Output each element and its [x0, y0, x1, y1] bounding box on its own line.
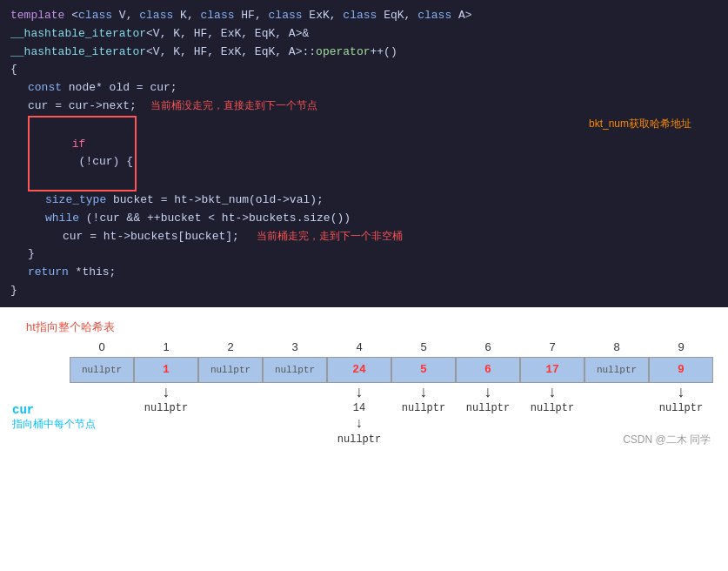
arrows-row: ↓ nullptr ↓ 14 ↓ nullptr ↓ nullptr ↓: [70, 383, 713, 446]
arrow-cell-4: ↓ 14 ↓ nullptr: [327, 383, 391, 446]
code-line-6: cur = cur->next; 当前桶没走完，直接走到下一个节点: [10, 97, 718, 116]
keyword-template: template: [10, 7, 64, 25]
arrow-cell-3: [263, 383, 327, 446]
arrow-cell-6: ↓ nullptr: [456, 383, 520, 446]
arrow-cell-7: ↓ nullptr: [520, 383, 584, 446]
col-index-2: 2: [198, 340, 263, 353]
col-index-9: 9: [649, 340, 713, 353]
code-line-5: const node* old = cur;: [10, 79, 718, 97]
code-line-9: while (!cur && ++bucket < ht->buckets.si…: [10, 210, 718, 228]
hash-cell-1: 1: [134, 357, 198, 383]
hash-cell-5: 5: [391, 357, 456, 383]
arrow-cell-2: [198, 383, 263, 446]
col-index-8: 8: [584, 340, 649, 353]
col-index-6: 6: [456, 340, 520, 353]
watermark: CSDN @二木 同学: [623, 433, 711, 447]
code-line-7: if (!cur) { bkt_num获取哈希地址: [10, 116, 718, 191]
code-section: template < class V, class K, class HF, c…: [0, 0, 728, 307]
code-line-3: __hashtable_iterator <V, K, HF, ExK, EqK…: [10, 44, 718, 62]
col-index-7: 7: [520, 340, 584, 353]
code-line-10: cur = ht->buckets[bucket]; 当前桶走完，走到下一个非空…: [10, 228, 718, 246]
annotation-bucket: 当前桶走完，走到下一个非空桶: [257, 228, 403, 245]
ht-label: ht指向整个哈希表: [26, 319, 711, 335]
hash-cell-8: nullptr: [584, 357, 649, 383]
annotation-next: 当前桶没走完，直接走到下一个节点: [150, 97, 317, 114]
code-line-2: __hashtable_iterator <V, K, HF, ExK, EqK…: [10, 25, 718, 44]
if-highlight: if (!cur) {: [28, 116, 137, 191]
hash-cell-3: nullptr: [263, 357, 327, 383]
hash-cell-0: nullptr: [70, 357, 134, 383]
col-index-0: 0: [70, 340, 134, 353]
code-line-8: size_type bucket = ht->bkt_num(old->val)…: [10, 191, 718, 210]
code-line-1: template < class V, class K, class HF, c…: [10, 7, 718, 25]
code-line-12: return *this;: [10, 264, 718, 282]
diagram-section: ht指向整个哈希表 0 1 2 3 4 5 6 7 8 9 nullptr 1 …: [0, 307, 728, 454]
col-index-1: 1: [134, 340, 198, 353]
col-index-5: 5: [391, 340, 456, 353]
hash-cell-7: 17: [520, 357, 584, 383]
code-line-13: }: [10, 282, 718, 300]
arrow-cell-5: ↓ nullptr: [391, 383, 456, 446]
cur-code: cur: [12, 403, 96, 417]
code-line-11: }: [10, 245, 718, 264]
cur-label-container: cur 指向桶中每个节点: [12, 403, 96, 432]
hash-cell-6: 6: [456, 357, 520, 383]
col-index-3: 3: [263, 340, 327, 353]
annotation-bkt: bkt_num获取哈希地址: [589, 116, 691, 132]
arrow-cell-1: ↓ nullptr: [134, 383, 198, 446]
code-line-4: {: [10, 61, 718, 79]
hash-table: 0 1 2 3 4 5 6 7 8 9 nullptr 1 nullptr nu…: [17, 340, 711, 446]
col-index-4: 4: [327, 340, 391, 353]
cur-desc: 指向桶中每个节点: [12, 417, 96, 432]
hash-cell-9: 9: [649, 357, 713, 383]
hash-row: nullptr 1 nullptr nullptr 24 5 6 17 null…: [70, 357, 713, 383]
hash-cell-4: 24: [327, 357, 391, 383]
hash-cell-2: nullptr: [198, 357, 263, 383]
col-indices: 0 1 2 3 4 5 6 7 8 9: [70, 340, 713, 353]
